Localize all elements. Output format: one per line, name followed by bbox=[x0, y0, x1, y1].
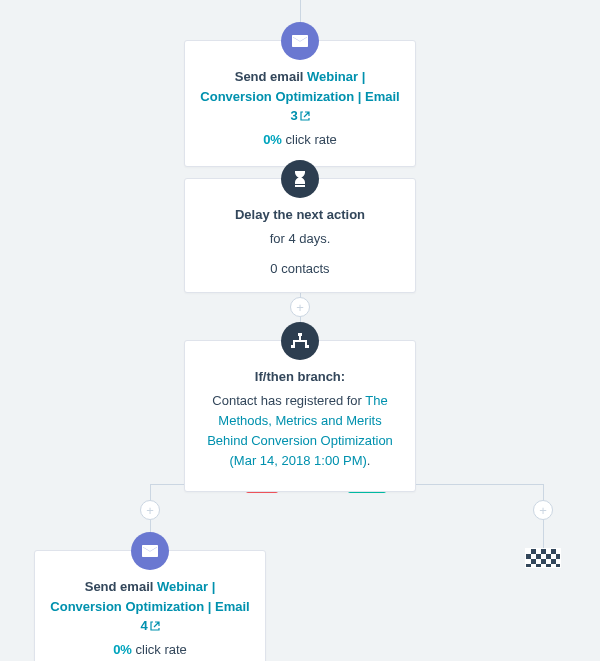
click-rate-label: click rate bbox=[132, 642, 187, 657]
external-link-icon bbox=[150, 621, 160, 631]
external-link-icon bbox=[300, 111, 310, 121]
click-rate-label: click rate bbox=[282, 132, 337, 147]
branch-condition-prefix: Contact has registered for bbox=[212, 393, 365, 408]
add-action-button[interactable]: + bbox=[533, 500, 553, 520]
action-title: Delay the next action bbox=[199, 205, 401, 225]
click-rate-value: 0% bbox=[263, 132, 282, 147]
email-icon bbox=[131, 532, 169, 570]
action-title-prefix: Send email bbox=[85, 579, 157, 594]
action-card-send-email-4[interactable]: Send email Webinar | Conversion Optimiza… bbox=[34, 550, 266, 661]
action-title: If/then branch: bbox=[199, 367, 401, 387]
workflow-canvas: + + + + + NO YES Send email Webinar | Co… bbox=[0, 0, 600, 661]
click-rate: 0% click rate bbox=[49, 640, 251, 661]
goal-node[interactable] bbox=[525, 548, 561, 568]
delay-contacts: 0 contacts bbox=[199, 261, 401, 276]
click-rate-value: 0% bbox=[113, 642, 132, 657]
action-title: Send email Webinar | Conversion Optimiza… bbox=[49, 577, 251, 636]
branch-icon bbox=[281, 322, 319, 360]
email-icon bbox=[281, 22, 319, 60]
branch-condition-suffix: . bbox=[367, 453, 371, 468]
hourglass-icon bbox=[281, 160, 319, 198]
delay-duration: for 4 days. bbox=[199, 229, 401, 250]
add-action-button[interactable]: + bbox=[290, 297, 310, 317]
action-title: Send email Webinar | Conversion Optimiza… bbox=[199, 67, 401, 126]
action-card-branch[interactable]: If/then branch: Contact has registered f… bbox=[184, 340, 416, 492]
branch-condition: Contact has registered for The Methods, … bbox=[199, 391, 401, 472]
action-card-send-email-3[interactable]: Send email Webinar | Conversion Optimiza… bbox=[184, 40, 416, 167]
click-rate: 0% click rate bbox=[199, 130, 401, 151]
action-card-delay[interactable]: Delay the next action for 4 days. 0 cont… bbox=[184, 178, 416, 293]
action-title-prefix: Send email bbox=[235, 69, 307, 84]
add-action-button[interactable]: + bbox=[140, 500, 160, 520]
